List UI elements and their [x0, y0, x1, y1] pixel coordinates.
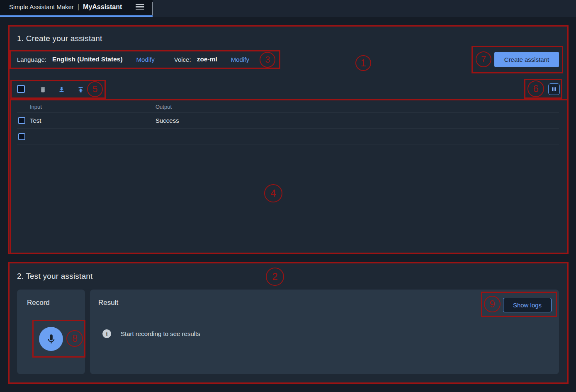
table-row-empty[interactable]: [17, 129, 559, 144]
microphone-icon: [46, 334, 57, 345]
active-tab[interactable]: Simple Assistant Maker | MyAssistant: [0, 0, 153, 17]
columns-button[interactable]: [548, 83, 560, 95]
table-toolbar: [9, 80, 569, 99]
language-voice-row: Language: English (United States) Modify…: [9, 50, 569, 69]
result-panel-title: Result: [98, 299, 118, 307]
upload-icon[interactable]: [77, 86, 84, 93]
result-panel: Result i Start recording to see results …: [90, 290, 559, 374]
hamburger-menu-icon[interactable]: [136, 4, 144, 10]
language-value: English (United States): [52, 56, 123, 63]
table-row[interactable]: Test Success: [17, 112, 559, 129]
title-separator: |: [78, 3, 79, 11]
section-1-title: 1. Create your assistant: [17, 34, 102, 43]
cell-output[interactable]: Success: [156, 117, 559, 124]
result-empty-message: Start recording to see results: [121, 330, 200, 337]
trash-icon[interactable]: [39, 86, 46, 93]
topbar: Simple Assistant Maker | MyAssistant: [0, 0, 576, 17]
create-assistant-section: 1. Create your assistant Language: Engli…: [9, 26, 569, 254]
examples-table: Input Output Test Success: [17, 101, 559, 144]
cell-input[interactable]: Test: [30, 117, 156, 124]
voice-label: Voice:: [174, 56, 191, 63]
column-header-input: Input: [30, 104, 156, 110]
voice-value: zoe-ml: [197, 56, 217, 63]
section-2-title: 2. Test your assistant: [17, 272, 93, 281]
assistant-name: MyAssistant: [83, 3, 122, 11]
select-all-checkbox[interactable]: [17, 85, 25, 93]
test-assistant-section: 2. Test your assistant Record Result i S…: [9, 263, 569, 384]
row-checkbox[interactable]: [18, 133, 25, 140]
record-panel: Record: [17, 290, 85, 374]
show-logs-button[interactable]: Show logs: [503, 298, 552, 312]
language-modify-link[interactable]: Modify: [136, 56, 155, 63]
app-title: Simple Assistant Maker: [9, 3, 74, 10]
result-empty-state: i Start recording to see results: [102, 329, 200, 338]
record-panel-title: Record: [27, 299, 50, 307]
column-header-output: Output: [156, 104, 559, 110]
voice-modify-link[interactable]: Modify: [231, 56, 249, 63]
language-label: Language:: [17, 56, 46, 63]
columns-icon: [551, 86, 557, 93]
table-header-row: Input Output: [17, 101, 559, 112]
info-icon: i: [102, 329, 111, 338]
record-button[interactable]: [39, 327, 63, 351]
download-icon[interactable]: [58, 86, 65, 93]
create-assistant-button[interactable]: Create assistant: [494, 52, 559, 67]
row-checkbox[interactable]: [18, 117, 25, 124]
tab-divider: [152, 2, 153, 15]
